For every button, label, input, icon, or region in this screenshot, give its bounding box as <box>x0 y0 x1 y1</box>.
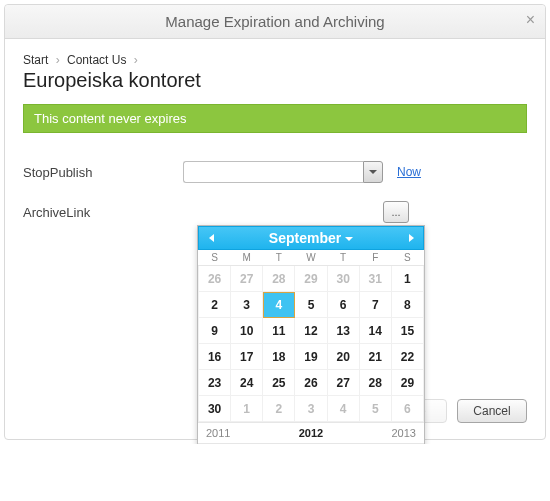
calendar-weekday: W <box>295 250 327 266</box>
calendar-year-row: 2011 2012 2013 <box>198 422 424 443</box>
calendar-day[interactable]: 25 <box>263 370 295 396</box>
calendar-day[interactable]: 6 <box>327 292 359 318</box>
calendar-day[interactable]: 19 <box>295 344 327 370</box>
calendar-day[interactable]: 12 <box>295 318 327 344</box>
calendar-day[interactable]: 20 <box>327 344 359 370</box>
calendar-day[interactable]: 30 <box>327 266 359 292</box>
calendar-day[interactable]: 2 <box>263 396 295 422</box>
calendar-day[interactable]: 6 <box>391 396 423 422</box>
calendar-weekday: T <box>327 250 359 266</box>
calendar-day[interactable]: 23 <box>199 370 231 396</box>
calendar-day[interactable]: 1 <box>231 396 263 422</box>
calendar-day[interactable]: 17 <box>231 344 263 370</box>
calendar-day[interactable]: 4 <box>263 292 295 318</box>
calendar-grid: SMTWTFS 26272829303112345678910111213141… <box>198 250 424 422</box>
calendar-header: September <box>198 226 424 250</box>
calendar-day[interactable]: 15 <box>391 318 423 344</box>
row-stop-publish: StopPublish Now <box>23 161 527 183</box>
calendar-day[interactable]: 3 <box>231 292 263 318</box>
calendar-weekday: T <box>263 250 295 266</box>
calendar-day[interactable]: 16 <box>199 344 231 370</box>
chevron-down-icon <box>345 237 353 241</box>
calendar-day[interactable]: 7 <box>359 292 391 318</box>
calendar-weekday: S <box>199 250 231 266</box>
calendar-month-label[interactable]: September <box>269 230 353 246</box>
calendar-current-year[interactable]: 2012 <box>299 427 323 439</box>
calendar-weekday: S <box>391 250 423 266</box>
calendar-next-year[interactable]: 2013 <box>392 427 416 439</box>
calendar-day[interactable]: 30 <box>199 396 231 422</box>
close-icon[interactable]: × <box>526 11 535 29</box>
calendar-day[interactable]: 26 <box>295 370 327 396</box>
calendar-day[interactable]: 22 <box>391 344 423 370</box>
calendar-day[interactable]: 2 <box>199 292 231 318</box>
status-bar: This content never expires <box>23 104 527 133</box>
dialog-header: Manage Expiration and Archiving × <box>5 5 545 39</box>
calendar-prev-year[interactable]: 2011 <box>206 427 230 439</box>
calendar-day[interactable]: 14 <box>359 318 391 344</box>
archive-link-browse-button[interactable]: ... <box>383 201 409 223</box>
chevron-right-icon <box>409 234 414 242</box>
calendar-day[interactable]: 31 <box>359 266 391 292</box>
breadcrumb-sep: › <box>56 53 60 67</box>
calendar-day[interactable]: 27 <box>327 370 359 396</box>
row-archive-link: ArchiveLink ... <box>23 201 527 223</box>
calendar-day[interactable]: 9 <box>199 318 231 344</box>
stop-publish-dropdown-button[interactable] <box>363 161 383 183</box>
dialog: Manage Expiration and Archiving × Start … <box>4 4 546 440</box>
calendar-day[interactable]: 3 <box>295 396 327 422</box>
calendar-month-text: September <box>269 230 341 246</box>
calendar-day[interactable]: 10 <box>231 318 263 344</box>
calendar-day[interactable]: 28 <box>359 370 391 396</box>
calendar-day[interactable]: 26 <box>199 266 231 292</box>
calendar-day[interactable]: 27 <box>231 266 263 292</box>
chevron-left-icon <box>209 234 214 242</box>
page-title: Europeiska kontoret <box>23 69 527 92</box>
dialog-body: Start › Contact Us › Europeiska kontoret… <box>5 39 545 439</box>
breadcrumb-sep: › <box>134 53 138 67</box>
calendar-weekday: F <box>359 250 391 266</box>
stop-publish-combo <box>183 161 383 183</box>
calendar-day[interactable]: 24 <box>231 370 263 396</box>
calendar-day[interactable]: 4 <box>327 396 359 422</box>
calendar-day[interactable]: 18 <box>263 344 295 370</box>
calendar-day[interactable]: 13 <box>327 318 359 344</box>
now-link[interactable]: Now <box>397 165 421 179</box>
calendar-day[interactable]: 21 <box>359 344 391 370</box>
archive-link-label: ArchiveLink <box>23 205 183 220</box>
stop-publish-label: StopPublish <box>23 165 183 180</box>
calendar-popup: September SMTWTFS 2627282930311234567891… <box>197 225 425 444</box>
dialog-title: Manage Expiration and Archiving <box>165 13 384 30</box>
calendar-day[interactable]: 8 <box>391 292 423 318</box>
cancel-button[interactable]: Cancel <box>457 399 527 423</box>
calendar-day[interactable]: 5 <box>295 292 327 318</box>
calendar-day[interactable]: 28 <box>263 266 295 292</box>
calendar-time-row <box>198 443 424 444</box>
calendar-day[interactable]: 5 <box>359 396 391 422</box>
calendar-weekday: M <box>231 250 263 266</box>
breadcrumb-link-start[interactable]: Start <box>23 53 48 67</box>
calendar-day[interactable]: 11 <box>263 318 295 344</box>
calendar-day[interactable]: 1 <box>391 266 423 292</box>
breadcrumb: Start › Contact Us › <box>23 53 527 67</box>
calendar-prev-button[interactable] <box>201 227 221 249</box>
calendar-day[interactable]: 29 <box>295 266 327 292</box>
breadcrumb-link-contact[interactable]: Contact Us <box>67 53 126 67</box>
calendar-next-button[interactable] <box>401 227 421 249</box>
chevron-down-icon <box>369 170 377 174</box>
calendar-day[interactable]: 29 <box>391 370 423 396</box>
stop-publish-input[interactable] <box>183 161 363 183</box>
